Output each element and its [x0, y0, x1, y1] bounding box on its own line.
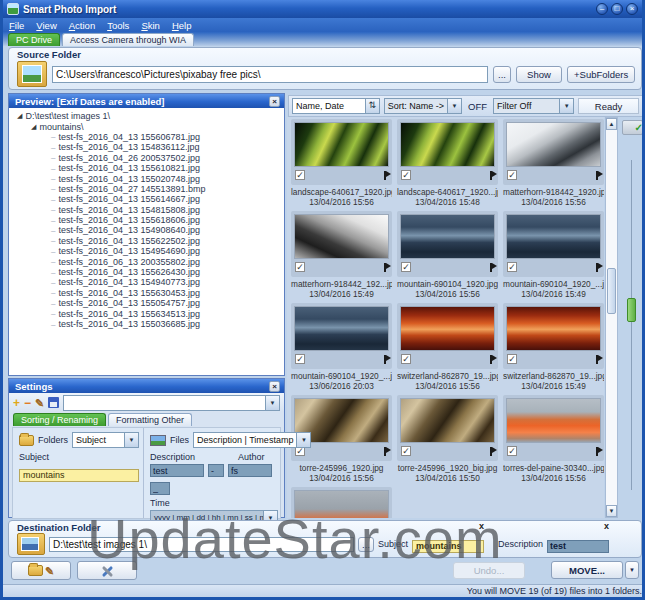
- thumbnail-cell[interactable]: ✓mountain-690104_1920_...jpg13/06/2016 2…: [291, 303, 392, 391]
- remove-preset-button[interactable]: −: [24, 397, 31, 409]
- flag-icon[interactable]: [490, 447, 492, 456]
- preset-combo[interactable]: ▼: [63, 395, 280, 411]
- thumbnail-image[interactable]: [294, 214, 389, 259]
- flag-icon[interactable]: [384, 263, 386, 272]
- open-destination-button[interactable]: ✎: [11, 561, 71, 580]
- sort-combo[interactable]: Sort: Name -> ▼: [384, 98, 462, 114]
- thumbnail-cell[interactable]: ✓switzerland-862870_19...jpg13/04/2016 1…: [397, 303, 498, 391]
- tree-root[interactable]: ◢ D:\test\test images 1\: [17, 111, 282, 121]
- thumbnail-cell[interactable]: ✓mountain-690104_1920_...jpg13/04/2016 1…: [503, 211, 604, 299]
- tree-file-item[interactable]: –test-fs_2016_04_13 155036685.jpg: [51, 319, 282, 329]
- flag-icon[interactable]: [490, 171, 492, 180]
- tree-file-item[interactable]: –test-fs_2016_04_13 154940773.jpg: [51, 277, 282, 287]
- thumbnail-card[interactable]: ✓: [503, 395, 604, 461]
- clear-subject-icon[interactable]: x: [479, 521, 484, 531]
- tree-file-item[interactable]: –test-fs_2016_04_13 154908640.jpg: [51, 225, 282, 235]
- maximize-button[interactable]: □: [611, 3, 623, 15]
- subject-input[interactable]: [19, 469, 139, 482]
- menu-action[interactable]: Action: [69, 20, 95, 31]
- minimize-button[interactable]: –: [596, 3, 608, 15]
- flag-icon[interactable]: [384, 355, 386, 364]
- scroll-down-icon[interactable]: ▼: [606, 505, 617, 517]
- thumbnail-card[interactable]: ✓: [291, 211, 392, 277]
- thumbnail-image[interactable]: [400, 122, 495, 167]
- camera-check-icon[interactable]: [622, 120, 643, 135]
- destination-description-input[interactable]: [547, 540, 609, 553]
- tree-file-item[interactable]: –test-fs_2016_04_13 155020748.jpg: [51, 173, 282, 183]
- tab-access-camera-wia[interactable]: Access Camera through WIA: [62, 33, 194, 46]
- flag-icon[interactable]: [596, 355, 598, 364]
- thumbnail-card[interactable]: ✓: [503, 211, 604, 277]
- chevron-down-icon[interactable]: ▼: [124, 433, 138, 447]
- thumbnail-checkbox[interactable]: ✓: [401, 446, 411, 456]
- expander-icon[interactable]: ◢: [31, 123, 36, 131]
- description-input[interactable]: [150, 464, 204, 477]
- tree-file-item[interactable]: –test-fs_2016_04_27 145513891.bmp: [51, 184, 282, 194]
- menu-skin[interactable]: Skin: [141, 20, 160, 31]
- thumbnail-card[interactable]: ✓: [397, 395, 498, 461]
- thumbnail-checkbox[interactable]: ✓: [401, 170, 411, 180]
- flag-icon[interactable]: [596, 171, 598, 180]
- chevron-down-icon[interactable]: ▼: [447, 99, 461, 113]
- group-by-combo[interactable]: Name, Date ⇅: [292, 98, 380, 114]
- thumbnail-cell[interactable]: ✓torres-del-paine-30340...jpg13/04/2016 …: [503, 395, 604, 483]
- thumbnail-checkbox[interactable]: ✓: [401, 262, 411, 272]
- preview-close-icon[interactable]: ×: [269, 96, 280, 107]
- author-input[interactable]: [228, 464, 272, 477]
- thumbnail-image[interactable]: [294, 306, 389, 351]
- zoom-slider-handle[interactable]: [627, 298, 636, 322]
- thumbnail-cell[interactable]: ✓matterhorn-918442_1920.jpg13/04/2016 15…: [503, 119, 604, 207]
- destination-path-input[interactable]: [49, 537, 354, 552]
- chevron-down-icon[interactable]: ▼: [559, 99, 573, 113]
- destination-subject-input[interactable]: [412, 540, 484, 553]
- tree-file-item[interactable]: –test-fs_2016_04_13 154954690.jpg: [51, 246, 282, 256]
- files-mode-combo[interactable]: Description | Timestamp ▼: [193, 432, 311, 448]
- thumbnail-image[interactable]: [400, 398, 495, 443]
- move-options-icon[interactable]: ▼: [625, 561, 639, 579]
- tools-button[interactable]: [77, 561, 137, 580]
- thumbnail-card[interactable]: ✓: [291, 303, 392, 369]
- source-path-input[interactable]: [52, 66, 488, 83]
- chevron-down-icon[interactable]: ▼: [296, 433, 310, 447]
- show-button[interactable]: Show: [516, 66, 562, 83]
- move-button[interactable]: MOVE...: [551, 561, 623, 579]
- subfolders-button[interactable]: +SubFolders: [567, 66, 635, 83]
- flag-icon[interactable]: [490, 355, 492, 364]
- tab-pc-drive[interactable]: PC Drive: [8, 33, 60, 46]
- close-button[interactable]: ×: [626, 3, 638, 15]
- thumbnail-card[interactable]: ✓: [397, 211, 498, 277]
- thumbnail-image[interactable]: [506, 398, 601, 443]
- thumbnail-checkbox[interactable]: ✓: [295, 354, 305, 364]
- thumbnail-image[interactable]: [506, 214, 601, 259]
- filter-combo[interactable]: Filter Off ▼: [493, 98, 574, 114]
- clear-description-icon[interactable]: x: [604, 521, 609, 531]
- menu-file[interactable]: File: [9, 20, 24, 31]
- thumbnail-cell[interactable]: ✓landscape-640617_1920...jpg13/04/2016 1…: [397, 119, 498, 207]
- tree-file-item[interactable]: –test-fs_2016_04_13 155606781.jpg: [51, 132, 282, 142]
- suffix-input[interactable]: [150, 482, 170, 495]
- save-preset-button[interactable]: [48, 397, 59, 408]
- tree-folder[interactable]: ◢ mountains\: [31, 121, 282, 131]
- add-preset-button[interactable]: +: [13, 397, 20, 409]
- off-toggle[interactable]: OFF: [466, 101, 489, 112]
- tree-file-item[interactable]: –test-fs_2016_04_26 200537502.jpg: [51, 153, 282, 163]
- expander-icon[interactable]: ◢: [17, 112, 22, 120]
- thumbnail-card[interactable]: ✓: [503, 303, 604, 369]
- tree-file-item[interactable]: –test-fs_2016_04_13 155626430.jpg: [51, 267, 282, 277]
- thumbnail-checkbox[interactable]: ✓: [295, 170, 305, 180]
- thumbnail-card[interactable]: ✓: [397, 119, 498, 185]
- tree-file-item[interactable]: –test-fs_2016_04_13 155054757.jpg: [51, 298, 282, 308]
- thumbnail-cell[interactable]: ✓torre-245996_1920_big.jpg13/04/2016 15:…: [397, 395, 498, 483]
- thumbnail-card[interactable]: ✓: [503, 119, 604, 185]
- thumbnail-cell[interactable]: ✓mountain-690104_1920.jpg13/04/2016 15:5…: [397, 211, 498, 299]
- flag-icon[interactable]: [596, 263, 598, 272]
- thumbnail-image[interactable]: [506, 122, 601, 167]
- tree-file-item[interactable]: –test-fs_2016_04_13 155622502.jpg: [51, 236, 282, 246]
- thumbnail-checkbox[interactable]: ✓: [507, 446, 517, 456]
- thumbnail-checkbox[interactable]: ✓: [401, 354, 411, 364]
- thumbnail-checkbox[interactable]: ✓: [295, 262, 305, 272]
- tree-file-item[interactable]: –test-fs_2016_06_13 200355802.jpg: [51, 256, 282, 266]
- tree-file-item[interactable]: –test-fs_2016_04_13 155610821.jpg: [51, 163, 282, 173]
- thumbnail-checkbox[interactable]: ✓: [507, 262, 517, 272]
- thumbnail-cell[interactable]: ✓matterhorn-918442_192...jpg13/04/2016 1…: [291, 211, 392, 299]
